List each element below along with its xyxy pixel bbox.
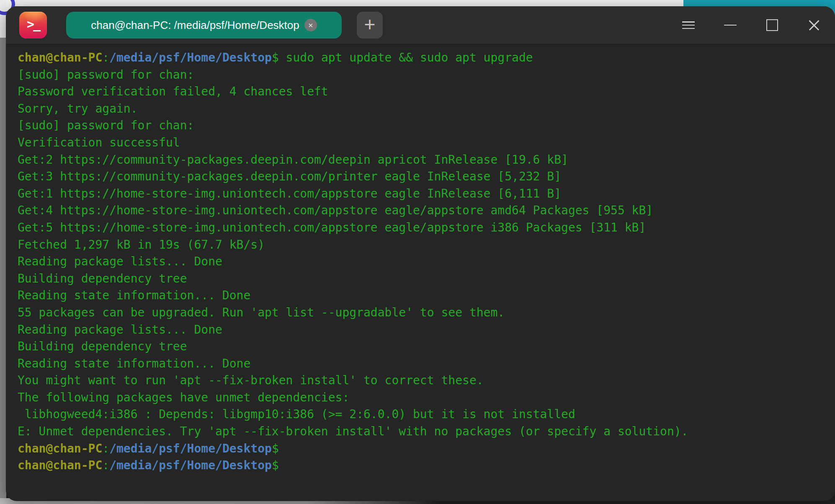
maximize-icon [766,19,778,31]
terminal-text-segment: Fetched 1,297 kB in 19s (67.7 kB/s) [18,238,265,252]
terminal-text-segment: : [102,442,109,455]
terminal-text-segment: /media/psf/Home/Desktop [109,51,272,64]
terminal-text-segment: libhogweed4:i386 : Depends: libgmp10:i38… [18,407,575,421]
new-tab-button[interactable]: + [357,12,383,39]
terminal-line: Reading package lists... Done [18,321,827,339]
terminal-text-segment: Password verification failed, 4 chances … [18,85,328,98]
terminal-line: Reading package lists... Done [18,253,827,270]
terminal-line: libhogweed4:i386 : Depends: libgmp10:i38… [18,406,827,423]
terminal-text-segment: $ [272,442,279,455]
terminal-line: Building dependency tree [18,270,827,288]
terminal-line: Get:3 https://community-packages.deepin.… [18,168,827,185]
terminal-app-icon: >_ [19,12,47,39]
terminal-line: [sudo] password for chan: [18,117,827,134]
terminal-text-segment: Reading state information... Done [18,357,250,370]
tab-close-icon: ✕ [308,22,313,28]
terminal-text-segment: [sudo] password for chan: [18,68,194,82]
hamburger-menu-icon [682,21,695,29]
terminal-line: Password verification failed, 4 chances … [18,83,827,100]
terminal-line: [sudo] password for chan: [18,67,827,84]
title-bar: >_ chan@chan-PC: /media/psf/Home/Desktop… [6,6,835,44]
terminal-text-segment: 55 packages can be upgraded. Run 'apt li… [18,306,505,319]
close-icon [808,19,820,31]
tab-close-button[interactable]: ✕ [304,19,317,31]
terminal-text-segment: E: Unmet dependencies. Try 'apt --fix-br… [18,424,688,438]
close-button[interactable] [793,6,835,44]
terminal-text-segment: Reading package lists... Done [18,255,222,268]
terminal-line: You might want to run 'apt --fix-broken … [18,372,827,389]
desktop-wallpaper-gray-strip [0,38,6,499]
terminal-text-segment: $ [272,458,279,472]
terminal-line: Building dependency tree [18,338,827,355]
terminal-line: Reading state information... Done [18,287,827,304]
terminal-line: Fetched 1,297 kB in 19s (67.7 kB/s) [18,237,827,254]
terminal-text-segment: $ sudo apt update && sudo apt upgrade [272,51,533,64]
terminal-text-segment: Building dependency tree [18,339,187,353]
terminal-text-segment: Get:4 https://home-store-img.uniontech.c… [18,203,653,217]
terminal-line: The following packages have unmet depend… [18,389,827,406]
terminal-text-segment: chan@chan-PC [18,442,102,455]
terminal-text-segment: : [102,458,109,472]
terminal-text-segment: [sudo] password for chan: [18,118,194,132]
terminal-line: Get:2 https://community-packages.deepin.… [18,152,827,169]
terminal-text-segment: chan@chan-PC [18,458,102,472]
terminal-text-segment: The following packages have unmet depend… [18,391,349,404]
terminal-text-segment: : [102,51,109,64]
maximize-button[interactable] [751,6,793,44]
terminal-line: Reading state information... Done [18,355,827,373]
terminal-text-segment: Get:5 https://home-store-img.uniontech.c… [18,221,646,234]
terminal-text-segment: You might want to run 'apt --fix-broken … [18,373,484,387]
terminal-line: chan@chan-PC:/media/psf/Home/Desktop$ [18,440,827,458]
terminal-text-segment: Reading state information... Done [18,288,250,302]
terminal-line: chan@chan-PC:/media/psf/Home/Desktop$ su… [18,49,827,67]
menu-button[interactable] [667,6,709,44]
terminal-output[interactable]: chan@chan-PC:/media/psf/Home/Desktop$ su… [6,44,835,474]
terminal-line: chan@chan-PC:/media/psf/Home/Desktop$ [18,457,827,474]
terminal-line: Get:4 https://home-store-img.uniontech.c… [18,202,827,219]
terminal-text-segment: chan@chan-PC [18,51,102,64]
minimize-button[interactable] [709,6,751,44]
terminal-window: >_ chan@chan-PC: /media/psf/Home/Desktop… [6,6,835,501]
terminal-text-segment: Verification successful [18,136,180,149]
terminal-line: Sorry, try again. [18,100,827,118]
terminal-text-segment: Get:2 https://community-packages.deepin.… [18,153,568,167]
minimize-icon [724,25,737,26]
terminal-text-segment: Sorry, try again. [18,102,138,116]
terminal-text-segment: Get:1 https://home-store-img.uniontech.c… [18,187,561,201]
terminal-line: Verification successful [18,134,827,152]
terminal-tab[interactable]: chan@chan-PC: /media/psf/Home/Desktop ✕ [66,12,342,39]
terminal-line: E: Unmet dependencies. Try 'apt --fix-br… [18,423,827,440]
terminal-text-segment: Reading package lists... Done [18,323,222,337]
terminal-line: Get:5 https://home-store-img.uniontech.c… [18,219,827,237]
terminal-line: Get:1 https://home-store-img.uniontech.c… [18,185,827,203]
terminal-text-segment: Building dependency tree [18,272,187,285]
terminal-text-segment: Get:3 https://community-packages.deepin.… [18,170,561,183]
terminal-glyph: >_ [27,17,39,31]
terminal-text-segment: /media/psf/Home/Desktop [109,458,272,472]
tab-title: chan@chan-PC: /media/psf/Home/Desktop [91,19,299,32]
terminal-text-segment: /media/psf/Home/Desktop [109,442,272,455]
plus-icon: + [364,15,376,34]
terminal-line: 55 packages can be upgraded. Run 'apt li… [18,304,827,321]
window-controls [667,6,835,44]
